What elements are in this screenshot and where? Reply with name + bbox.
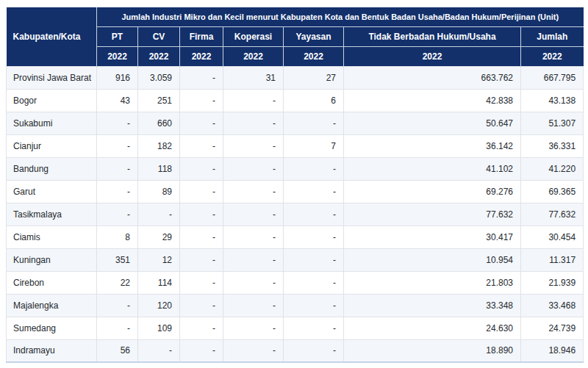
year-header: 2022 [180,46,223,66]
value-cell: - [97,134,138,157]
table-row: Ciamis829---30.41730.454 [7,226,584,248]
value-cell: 18.946 [521,339,584,362]
value-cell: - [180,226,223,248]
value-cell: 30.417 [344,226,521,248]
table-row: Sumedang-109---24.63024.739 [7,317,584,339]
value-cell: 69.365 [521,180,584,203]
table-row: Cirebon22114---21.80321.939 [7,271,584,294]
value-cell: - [180,271,223,294]
value-cell: - [97,180,138,203]
region-cell: Cianjur [7,134,97,157]
value-cell: 77.632 [521,203,584,226]
value-cell: - [180,89,223,112]
value-cell: 33.468 [521,294,584,317]
value-cell: - [284,226,344,248]
value-cell: - [97,317,138,339]
value-cell: 21.803 [344,271,521,294]
region-cell: Garut [7,180,97,203]
year-header: 2022 [97,46,138,66]
value-cell: - [223,294,284,317]
value-cell: 8 [97,226,138,248]
column-header-firma: Firma [180,26,223,46]
value-cell: 36.142 [344,134,521,157]
value-cell: - [180,317,223,339]
value-cell: 660 [138,112,180,134]
table-header: Kabupaten/Kota Jumlah Industri Mikro dan… [7,7,584,66]
value-cell: - [180,294,223,317]
industry-stats-table: Kabupaten/Kota Jumlah Industri Mikro dan… [6,7,584,363]
year-header: 2022 [138,46,180,66]
value-cell: - [180,112,223,134]
value-cell: - [284,317,344,339]
value-cell: 51.307 [521,112,584,134]
value-cell: - [223,112,284,134]
region-cell: Provinsi Jawa Barat [7,66,97,89]
table-row: Bogor43251--642.83843.138 [7,89,584,112]
value-cell: - [223,180,284,203]
year-header: 2022 [521,46,584,66]
value-cell: 7 [284,134,344,157]
table-row: Indramayu56----18.89018.946 [7,339,584,362]
value-cell: 3.059 [138,66,180,89]
value-cell: - [180,157,223,180]
table-row: Provinsi Jawa Barat9163.059-3127663.7626… [7,66,584,89]
value-cell: - [223,248,284,271]
value-cell: 120 [138,294,180,317]
value-cell: - [284,294,344,317]
value-cell: 30.454 [521,226,584,248]
column-header-yayasan: Yayasan [284,26,344,46]
value-cell: 33.348 [344,294,521,317]
value-cell: - [223,226,284,248]
table-row: Bandung-118---41.10241.220 [7,157,584,180]
column-header-pt: PT [97,26,138,46]
value-cell: - [223,339,284,362]
value-cell: 77.632 [344,203,521,226]
column-header-jumlah: Jumlah [521,26,584,46]
value-cell: - [223,317,284,339]
value-cell: 114 [138,271,180,294]
value-cell: 667.795 [521,66,584,89]
value-cell: - [223,134,284,157]
region-cell: Majalengka [7,294,97,317]
value-cell: 42.838 [344,89,521,112]
table-row: Sukabumi-660---50.64751.307 [7,112,584,134]
row-header-label: Kabupaten/Kota [7,7,97,66]
value-cell: 43.138 [521,89,584,112]
value-cell: - [284,339,344,362]
region-cell: Sumedang [7,317,97,339]
year-header: 2022 [284,46,344,66]
value-cell: - [180,134,223,157]
value-cell: 29 [138,226,180,248]
region-cell: Indramayu [7,339,97,362]
value-cell: 24.739 [521,317,584,339]
value-cell: 12 [138,248,180,271]
table-row: Majalengka-120---33.34833.468 [7,294,584,317]
column-header-cv: CV [138,26,180,46]
value-cell: 916 [97,66,138,89]
value-cell: 43 [97,89,138,112]
region-cell: Kuningan [7,248,97,271]
title-row: Kabupaten/Kota Jumlah Industri Mikro dan… [7,7,584,26]
value-cell: - [138,203,180,226]
value-cell: 27 [284,66,344,89]
value-cell: 50.647 [344,112,521,134]
value-cell: - [138,339,180,362]
value-cell: 663.762 [344,66,521,89]
value-cell: 109 [138,317,180,339]
value-cell: - [284,112,344,134]
region-cell: Cirebon [7,271,97,294]
value-cell: 18.890 [344,339,521,362]
value-cell: - [284,203,344,226]
value-cell: - [223,271,284,294]
table-row: Cianjur-182--736.14236.331 [7,134,584,157]
value-cell: - [180,339,223,362]
value-cell: 56 [97,339,138,362]
page: Kabupaten/Kota Jumlah Industri Mikro dan… [0,0,588,363]
value-cell: 10.954 [344,248,521,271]
value-cell: - [284,271,344,294]
value-cell: - [223,89,284,112]
column-header-tidak-berbadan-hukum: Tidak Berbadan Hukum/Usaha [344,26,521,46]
table-row: Garut-89---69.27669.365 [7,180,584,203]
table-body: Provinsi Jawa Barat9163.059-3127663.7626… [7,66,584,362]
region-cell: Sukabumi [7,112,97,134]
